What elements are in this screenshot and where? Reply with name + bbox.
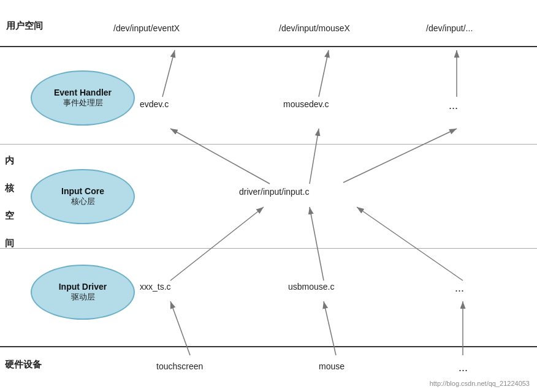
hline-bottom	[0, 346, 537, 347]
hline-mid2	[0, 248, 537, 249]
label-dots3: ...	[455, 282, 464, 295]
label-driver-input: driver/input/input.c	[239, 187, 309, 197]
input-core-ellipse: Input Core 核心层	[31, 169, 135, 224]
kernel-label-1: 内	[5, 153, 14, 168]
input-driver-subtitle: 驱动层	[71, 292, 95, 303]
label-dev-mousex: /dev/input/mouseX	[279, 23, 350, 33]
input-core-title: Input Core	[61, 186, 104, 196]
label-xxx-ts: xxx_ts.c	[140, 282, 171, 292]
label-dots2: ...	[449, 99, 458, 112]
event-handler-ellipse: Event Handler 事件处理层	[31, 70, 135, 126]
input-driver-title: Input Driver	[59, 282, 107, 292]
label-mousedev: mousedev.c	[283, 99, 329, 109]
watermark: http://blog.csdn.net/qq_21224053	[430, 380, 530, 387]
input-driver-ellipse: Input Driver 驱动层	[31, 265, 135, 320]
label-dots4: ...	[459, 361, 468, 374]
label-mouse: mouse	[319, 361, 345, 371]
hline-top	[0, 46, 537, 47]
kernel-label-4: 间	[5, 236, 14, 251]
svg-line-7	[170, 129, 270, 184]
hline-mid1	[0, 144, 537, 145]
user-space-label: 用户空间	[6, 18, 43, 33]
kernel-label-3: 空	[5, 208, 14, 223]
label-dev-dots1: /dev/input/...	[426, 23, 473, 33]
label-dev-eventx: /dev/input/eventX	[113, 23, 180, 33]
kernel-label-2: 核	[5, 181, 14, 195]
svg-line-8	[310, 129, 319, 184]
svg-line-6	[357, 207, 463, 281]
svg-line-11	[319, 50, 329, 97]
label-usbmouse: usbmouse.c	[288, 282, 334, 292]
svg-line-5	[310, 207, 324, 281]
svg-line-10	[162, 50, 175, 97]
svg-line-4	[170, 207, 264, 281]
event-handler-subtitle: 事件处理层	[63, 97, 103, 108]
label-touchscreen: touchscreen	[156, 361, 203, 371]
input-core-subtitle: 核心层	[71, 196, 95, 207]
event-handler-title: Event Handler	[54, 88, 112, 97]
diagram-container: 用户空间 内 核 空 间 硬件设备 Event Handler 事件处理层 In…	[0, 0, 537, 392]
svg-line-9	[343, 129, 457, 183]
hardware-label: 硬件设备	[5, 357, 42, 372]
label-evdev: evdev.c	[140, 99, 169, 109]
